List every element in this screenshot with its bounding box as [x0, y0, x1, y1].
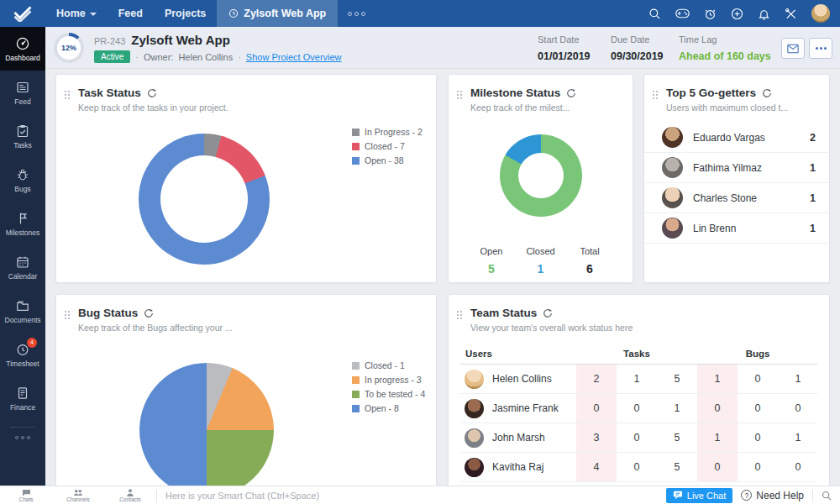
zoho-projects-logo[interactable] [0, 6, 45, 22]
task-count-cell[interactable]: 5 [657, 453, 697, 481]
refresh-icon[interactable] [144, 308, 154, 318]
start-date-value: 01/01/2019 [538, 50, 591, 62]
need-help-button[interactable]: ? Need Help [741, 490, 804, 501]
legend-swatch-icon [352, 376, 360, 384]
setup-tools-icon[interactable] [785, 8, 797, 20]
refresh-icon[interactable] [147, 88, 157, 98]
channels-tab[interactable]: Channels [52, 486, 104, 504]
header-more-button[interactable] [809, 38, 832, 59]
sidebar-item-documents[interactable]: Documents [0, 289, 45, 333]
go-getter-row[interactable]: Charles Stone 1 [644, 183, 829, 213]
go-getter-row[interactable]: Lin Brenn 1 [644, 213, 829, 244]
nav-feed-label: Feed [118, 8, 143, 19]
sidebar-item-milestones[interactable]: Milestones [0, 202, 45, 245]
go-getter-row[interactable]: Fathima Yilmaz 1 [644, 153, 829, 183]
nav-feed[interactable]: Feed [108, 0, 154, 27]
time-lag-value: Ahead of 160 days [679, 50, 771, 62]
drag-handle-icon[interactable] [64, 310, 70, 319]
bug-count-cell[interactable]: 0 [738, 453, 778, 481]
bug-count-cell[interactable]: 1 [778, 365, 818, 393]
drag-handle-icon[interactable] [456, 310, 462, 319]
task-status-donut-chart[interactable] [139, 134, 270, 265]
task-count-cell[interactable]: 0 [617, 394, 657, 423]
user-name: Kavitha Raj [492, 461, 543, 473]
task-count-cell[interactable]: 0 [576, 394, 617, 423]
refresh-icon[interactable] [543, 308, 553, 318]
send-invite-button[interactable] [781, 38, 805, 59]
tab-zylsoft-web-app[interactable]: Zylsoft Web App [217, 0, 338, 27]
drag-handle-icon[interactable] [652, 90, 658, 99]
closed-value[interactable]: 1 [517, 262, 565, 276]
notifications-bell-icon[interactable] [758, 8, 770, 20]
task-count-cell[interactable]: 4 [576, 453, 617, 481]
contacts-tab[interactable]: Contacts [104, 486, 156, 504]
open-value[interactable]: 5 [467, 262, 516, 276]
more-tabs-icon[interactable] [338, 0, 375, 27]
task-count-cell[interactable]: 3 [576, 423, 617, 452]
bug-count-cell[interactable]: 1 [697, 423, 738, 452]
user-avatar[interactable] [811, 4, 830, 23]
user-cell[interactable]: Helen Collins [460, 370, 576, 389]
sidebar-more-icon[interactable] [0, 436, 45, 439]
show-project-overview-link[interactable]: Show Project Overview [246, 52, 342, 62]
bug-count-cell[interactable]: 1 [697, 365, 738, 393]
sidebar-item-calendar[interactable]: Calendar [0, 245, 45, 289]
sidebar-item-bugs[interactable]: Bugs [0, 158, 45, 202]
timesheet-badge: 4 [27, 338, 37, 348]
drag-handle-icon[interactable] [456, 90, 462, 99]
bug-count-cell[interactable]: 0 [778, 394, 818, 423]
task-count-cell[interactable]: 5 [657, 423, 697, 452]
legend-label: In progress - 3 [365, 375, 422, 385]
task-count-cell[interactable]: 1 [617, 365, 657, 393]
task-count-cell[interactable]: 2 [576, 365, 617, 393]
sidebar-item-tasks[interactable]: Tasks [0, 114, 45, 158]
project-code: PR-243 [94, 36, 125, 46]
team-status-table: Users Tasks Bugs Helen Collins 2 1 5 1 0… [460, 343, 817, 482]
milestone-status-donut-chart[interactable] [500, 134, 582, 217]
sidebar-item-timesheet[interactable]: 4 Timesheet [0, 333, 45, 376]
user-cell[interactable]: Jasmine Frank [460, 399, 576, 418]
bug-count-cell[interactable]: 0 [738, 394, 778, 423]
bug-icon [15, 167, 30, 182]
sidebar-item-finance[interactable]: Finance [0, 376, 45, 420]
task-count-cell[interactable]: 5 [657, 365, 697, 393]
refresh-icon[interactable] [566, 88, 576, 98]
legend-label: To be tested - 4 [365, 389, 425, 399]
live-chat-button[interactable]: Live Chat [666, 488, 732, 503]
sidebar-item-feed[interactable]: Feed [0, 71, 45, 114]
chats-tab[interactable]: Chats [0, 486, 52, 504]
go-getter-row[interactable]: Eduardo Vargas 2 [644, 123, 829, 153]
legend-item: To be tested - 4 [352, 389, 425, 399]
task-count-cell[interactable]: 1 [657, 394, 697, 423]
bug-count-cell[interactable]: 0 [697, 394, 738, 423]
games-controller-icon[interactable] [675, 8, 690, 18]
sidebar-item-dashboard[interactable]: Dashboard [0, 27, 45, 71]
total-value[interactable]: 6 [565, 262, 614, 276]
nav-home[interactable]: Home [45, 0, 108, 27]
smart-chat-input[interactable] [157, 491, 666, 501]
bug-status-pie-chart[interactable] [139, 363, 274, 497]
dashboard-icon [15, 36, 30, 51]
task-count-cell[interactable]: 0 [617, 423, 657, 452]
task-count-cell[interactable]: 0 [617, 453, 657, 481]
chat-search-icon[interactable] [822, 491, 832, 501]
bug-count-cell[interactable]: 0 [738, 423, 778, 452]
bug-count-cell[interactable]: 0 [697, 453, 738, 481]
team-status-card: Team Status View your team's overall wor… [448, 294, 830, 497]
avatar [662, 187, 683, 208]
search-icon[interactable] [648, 8, 661, 20]
add-plus-circle-icon[interactable] [731, 8, 743, 20]
user-cell[interactable]: Kavitha Raj [460, 458, 576, 477]
drag-handle-icon[interactable] [64, 90, 70, 99]
reminder-clock-icon[interactable] [704, 8, 717, 20]
bug-count-cell[interactable]: 0 [738, 365, 778, 393]
table-row: Helen Collins 2 1 5 1 0 1 [460, 365, 817, 394]
contacts-label: Contacts [119, 496, 141, 502]
bug-count-cell[interactable]: 0 [778, 453, 818, 481]
refresh-icon[interactable] [762, 88, 772, 98]
user-cell[interactable]: John Marsh [460, 428, 576, 448]
nav-projects[interactable]: Projects [154, 0, 217, 27]
table-header: Users Tasks Bugs [460, 343, 817, 365]
nav-home-label: Home [56, 8, 86, 19]
bug-count-cell[interactable]: 1 [778, 423, 818, 452]
